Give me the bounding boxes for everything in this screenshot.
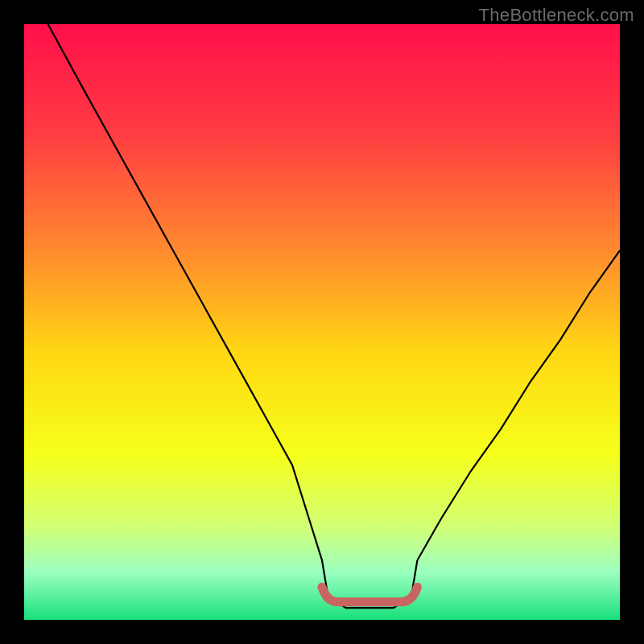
plot-area [24,24,620,620]
curve-layer [24,24,620,620]
bottleneck-curve [48,24,620,608]
watermark-text: TheBottleneck.com [479,5,634,26]
bottleneck-plateau [322,587,417,602]
chart-frame: TheBottleneck.com [0,0,644,644]
